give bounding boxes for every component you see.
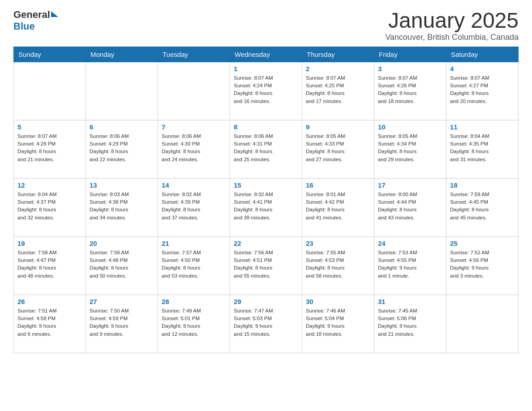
day-number: 5 <box>17 123 82 131</box>
calendar-cell: 29Sunrise: 7:47 AM Sunset: 5:03 PM Dayli… <box>230 295 302 353</box>
calendar-cell: 12Sunrise: 8:04 AM Sunset: 4:37 PM Dayli… <box>14 178 86 236</box>
day-header-thursday: Thursday <box>302 47 374 62</box>
month-title: January 2025 <box>385 9 519 33</box>
day-number: 19 <box>17 240 82 247</box>
day-number: 8 <box>234 123 298 131</box>
day-info: Sunrise: 8:03 AM Sunset: 4:38 PM Dayligh… <box>90 191 154 222</box>
calendar-cell: 16Sunrise: 8:01 AM Sunset: 4:42 PM Dayli… <box>302 178 374 236</box>
calendar-cell <box>14 62 86 120</box>
day-number: 14 <box>162 181 226 189</box>
day-info: Sunrise: 7:49 AM Sunset: 5:01 PM Dayligh… <box>162 307 226 338</box>
calendar-cell: 9Sunrise: 8:05 AM Sunset: 4:33 PM Daylig… <box>302 120 374 178</box>
day-info: Sunrise: 7:47 AM Sunset: 5:03 PM Dayligh… <box>234 307 298 338</box>
day-number: 22 <box>234 240 298 247</box>
day-number: 31 <box>378 298 442 305</box>
day-info: Sunrise: 8:07 AM Sunset: 4:24 PM Dayligh… <box>234 74 298 105</box>
calendar-cell: 28Sunrise: 7:49 AM Sunset: 5:01 PM Dayli… <box>158 295 230 353</box>
calendar-cell: 10Sunrise: 8:05 AM Sunset: 4:34 PM Dayli… <box>374 120 446 178</box>
day-info: Sunrise: 7:58 AM Sunset: 4:48 PM Dayligh… <box>90 249 154 280</box>
day-info: Sunrise: 8:01 AM Sunset: 4:42 PM Dayligh… <box>306 191 370 222</box>
calendar-header: SundayMondayTuesdayWednesdayThursdayFrid… <box>14 47 519 62</box>
calendar-cell: 25Sunrise: 7:52 AM Sunset: 4:56 PM Dayli… <box>446 236 519 295</box>
day-info: Sunrise: 8:07 AM Sunset: 4:28 PM Dayligh… <box>17 133 82 163</box>
calendar-cell: 31Sunrise: 7:45 AM Sunset: 5:06 PM Dayli… <box>374 295 446 353</box>
calendar-week-row: 19Sunrise: 7:58 AM Sunset: 4:47 PM Dayli… <box>14 236 519 295</box>
logo-triangle-icon <box>51 11 58 17</box>
day-number: 17 <box>378 181 442 189</box>
day-header-friday: Friday <box>374 47 446 62</box>
day-number: 15 <box>234 181 298 189</box>
title-section: January 2025 Vancouver, British Columbia… <box>385 9 519 42</box>
calendar-week-row: 12Sunrise: 8:04 AM Sunset: 4:37 PM Dayli… <box>14 178 519 236</box>
day-info: Sunrise: 8:04 AM Sunset: 4:35 PM Dayligh… <box>450 133 515 163</box>
day-header-wednesday: Wednesday <box>230 47 302 62</box>
location-text: Vancouver, British Columbia, Canada <box>385 33 519 42</box>
calendar-cell: 8Sunrise: 8:06 AM Sunset: 4:31 PM Daylig… <box>230 120 302 178</box>
day-number: 16 <box>306 181 370 189</box>
day-info: Sunrise: 8:02 AM Sunset: 4:41 PM Dayligh… <box>234 191 298 222</box>
day-header-sunday: Sunday <box>14 47 86 62</box>
day-number: 12 <box>17 181 82 189</box>
calendar-week-row: 26Sunrise: 7:51 AM Sunset: 4:58 PM Dayli… <box>14 295 519 353</box>
day-info: Sunrise: 7:50 AM Sunset: 4:59 PM Dayligh… <box>90 307 154 338</box>
day-info: Sunrise: 8:04 AM Sunset: 4:37 PM Dayligh… <box>17 191 82 222</box>
calendar-table: SundayMondayTuesdayWednesdayThursdayFrid… <box>13 47 519 353</box>
day-number: 26 <box>17 298 82 305</box>
day-number: 18 <box>450 181 515 189</box>
calendar-cell: 14Sunrise: 8:02 AM Sunset: 4:39 PM Dayli… <box>158 178 230 236</box>
day-number: 21 <box>162 240 226 247</box>
calendar-cell: 11Sunrise: 8:04 AM Sunset: 4:35 PM Dayli… <box>446 120 519 178</box>
day-info: Sunrise: 8:02 AM Sunset: 4:39 PM Dayligh… <box>162 191 226 222</box>
day-number: 30 <box>306 298 370 305</box>
day-info: Sunrise: 7:57 AM Sunset: 4:50 PM Dayligh… <box>162 249 226 280</box>
calendar-cell: 7Sunrise: 8:06 AM Sunset: 4:30 PM Daylig… <box>158 120 230 178</box>
day-info: Sunrise: 7:58 AM Sunset: 4:47 PM Dayligh… <box>17 249 82 280</box>
day-info: Sunrise: 8:07 AM Sunset: 4:27 PM Dayligh… <box>450 74 515 105</box>
day-number: 27 <box>90 298 154 305</box>
calendar-week-row: 5Sunrise: 8:07 AM Sunset: 4:28 PM Daylig… <box>14 120 519 178</box>
day-number: 7 <box>162 123 226 131</box>
day-number: 2 <box>306 65 370 73</box>
calendar-cell <box>158 62 230 120</box>
calendar-cell: 24Sunrise: 7:53 AM Sunset: 4:55 PM Dayli… <box>374 236 446 295</box>
day-number: 24 <box>378 240 442 247</box>
day-number: 11 <box>450 123 515 131</box>
calendar-cell: 15Sunrise: 8:02 AM Sunset: 4:41 PM Dayli… <box>230 178 302 236</box>
day-info: Sunrise: 8:06 AM Sunset: 4:29 PM Dayligh… <box>90 133 154 163</box>
calendar-cell: 13Sunrise: 8:03 AM Sunset: 4:38 PM Dayli… <box>86 178 158 236</box>
logo-blue-text: Blue <box>13 21 35 32</box>
day-number: 23 <box>306 240 370 247</box>
calendar-cell: 19Sunrise: 7:58 AM Sunset: 4:47 PM Dayli… <box>14 236 86 295</box>
day-info: Sunrise: 7:59 AM Sunset: 4:45 PM Dayligh… <box>450 191 515 222</box>
day-number: 13 <box>90 181 154 189</box>
calendar-cell: 20Sunrise: 7:58 AM Sunset: 4:48 PM Dayli… <box>86 236 158 295</box>
day-info: Sunrise: 7:56 AM Sunset: 4:51 PM Dayligh… <box>234 249 298 280</box>
day-number: 9 <box>306 123 370 131</box>
calendar-cell <box>86 62 158 120</box>
day-info: Sunrise: 7:53 AM Sunset: 4:55 PM Dayligh… <box>378 249 442 280</box>
day-info: Sunrise: 7:51 AM Sunset: 4:58 PM Dayligh… <box>17 307 82 338</box>
calendar-cell: 2Sunrise: 8:07 AM Sunset: 4:25 PM Daylig… <box>302 62 374 120</box>
calendar-cell: 23Sunrise: 7:55 AM Sunset: 4:53 PM Dayli… <box>302 236 374 295</box>
calendar-cell: 6Sunrise: 8:06 AM Sunset: 4:29 PM Daylig… <box>86 120 158 178</box>
calendar-cell: 21Sunrise: 7:57 AM Sunset: 4:50 PM Dayli… <box>158 236 230 295</box>
calendar-cell: 18Sunrise: 7:59 AM Sunset: 4:45 PM Dayli… <box>446 178 519 236</box>
day-number: 10 <box>378 123 442 131</box>
calendar-cell: 5Sunrise: 8:07 AM Sunset: 4:28 PM Daylig… <box>14 120 86 178</box>
day-number: 4 <box>450 65 515 73</box>
calendar-cell: 30Sunrise: 7:46 AM Sunset: 5:04 PM Dayli… <box>302 295 374 353</box>
calendar-cell: 26Sunrise: 7:51 AM Sunset: 4:58 PM Dayli… <box>14 295 86 353</box>
day-info: Sunrise: 8:00 AM Sunset: 4:44 PM Dayligh… <box>378 191 442 222</box>
calendar-cell: 1Sunrise: 8:07 AM Sunset: 4:24 PM Daylig… <box>230 62 302 120</box>
day-number: 25 <box>450 240 515 247</box>
day-info: Sunrise: 8:06 AM Sunset: 4:30 PM Dayligh… <box>162 133 226 163</box>
day-number: 3 <box>378 65 442 73</box>
day-info: Sunrise: 7:52 AM Sunset: 4:56 PM Dayligh… <box>450 249 515 280</box>
day-info: Sunrise: 7:45 AM Sunset: 5:06 PM Dayligh… <box>378 307 442 338</box>
calendar-cell: 3Sunrise: 8:07 AM Sunset: 4:26 PM Daylig… <box>374 62 446 120</box>
day-info: Sunrise: 8:05 AM Sunset: 4:34 PM Dayligh… <box>378 133 442 163</box>
calendar-cell: 4Sunrise: 8:07 AM Sunset: 4:27 PM Daylig… <box>446 62 519 120</box>
calendar-cell <box>446 295 519 353</box>
calendar-cell: 17Sunrise: 8:00 AM Sunset: 4:44 PM Dayli… <box>374 178 446 236</box>
day-header-tuesday: Tuesday <box>158 47 230 62</box>
